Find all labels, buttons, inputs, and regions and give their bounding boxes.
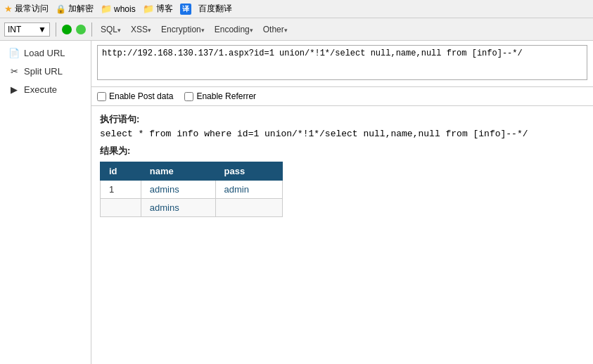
chevron-down-icon: ▼	[38, 25, 46, 34]
load-url-icon: 📄	[8, 47, 20, 58]
toolbar: INT ▼ SQL▾ XSS▾ Encryption▾ Encoding▾ Ot…	[0, 18, 593, 41]
xss-menu-button[interactable]: XSS▾	[128, 23, 154, 36]
enable-post-data-checkbox[interactable]: Enable Post data	[97, 91, 173, 101]
bookmark-label: 百度翻译	[198, 3, 232, 15]
xss-arrow-icon: ▾	[148, 27, 151, 34]
toolbar-separator	[56, 22, 56, 37]
sidebar-item-label-load-url: Load URL	[24, 48, 65, 58]
star-icon: ★	[4, 4, 13, 14]
bookmark-label: 加解密	[68, 3, 94, 15]
post-data-label: Enable Post data	[109, 91, 173, 101]
sidebar-item-label-split-url: Split URL	[24, 66, 63, 77]
table-cell: admins	[141, 181, 215, 199]
sidebar-item-label-execute: Execute	[24, 84, 57, 95]
bookmark-label: 博客	[156, 3, 173, 15]
result-label2: 结果为:	[100, 145, 585, 157]
ltgreen-dot-button[interactable]	[76, 25, 86, 34]
bookmark-baidu-translate[interactable]: 百度翻译	[198, 3, 232, 15]
dropdown-label: INT	[8, 25, 21, 34]
toolbar-separator2	[91, 22, 92, 37]
table-cell: admins	[141, 199, 215, 217]
lock-icon: 🔒	[56, 4, 66, 14]
encryption-menu-button[interactable]: Encryption▾	[158, 23, 208, 36]
int-dropdown[interactable]: INT ▼	[4, 22, 50, 37]
exec-label: 执行语句:	[100, 113, 585, 126]
col-header-name: name	[141, 162, 215, 181]
encoding-menu-button[interactable]: Encoding▾	[212, 23, 256, 36]
sidebar-item-load-url[interactable]: 📄 Load URL	[0, 44, 91, 62]
bookmarks-bar: ★ 最常访问 🔒 加解密 📁 whois 📁 博客 译 百度翻译	[0, 0, 593, 18]
table-cell: 1	[101, 181, 141, 199]
sql-arrow-icon: ▾	[117, 27, 121, 34]
folder-icon: 📁	[143, 4, 154, 14]
execute-icon: ▶	[8, 84, 20, 95]
result-query: select * from info where id=1 union/*!1*…	[100, 129, 585, 139]
bookmark-blog[interactable]: 📁 博客	[143, 3, 173, 15]
folder-icon: 📁	[101, 4, 112, 14]
referrer-label: Enable Referrer	[196, 91, 256, 101]
table-cell	[101, 199, 141, 217]
sql-menu-button[interactable]: SQL▾	[98, 23, 124, 36]
table-row: 1adminsadmin	[101, 181, 283, 199]
other-menu-button[interactable]: Other▾	[260, 23, 291, 36]
bookmark-label: 最常访问	[15, 3, 49, 15]
split-url-icon: ✂	[8, 65, 20, 77]
table-cell	[215, 199, 283, 217]
col-header-id: id	[101, 162, 141, 181]
referrer-check[interactable]	[184, 92, 193, 101]
encryption-arrow-icon: ▾	[201, 27, 205, 34]
bookmark-translate-icon[interactable]: 译	[180, 4, 191, 15]
sidebar-item-execute[interactable]: ▶ Execute	[0, 80, 91, 98]
bookmark-label: whois	[114, 4, 136, 14]
url-input[interactable]: http://192.168.130.137/1.aspx?id=1 union…	[97, 45, 587, 80]
table-cell: admin	[215, 181, 283, 199]
bookmark-jiajie[interactable]: 🔒 加解密	[56, 3, 94, 15]
table-row: admins	[101, 199, 283, 217]
checkboxes-area: Enable Post data Enable Referrer	[91, 87, 593, 106]
sidebar-item-split-url[interactable]: ✂ Split URL	[0, 62, 91, 80]
enable-referrer-checkbox[interactable]: Enable Referrer	[184, 91, 256, 101]
bookmark-whois[interactable]: 📁 whois	[101, 4, 136, 14]
col-header-pass: pass	[215, 162, 283, 181]
main-content: 📄 Load URL ✂ Split URL ▶ Execute http://…	[0, 41, 593, 364]
other-arrow-icon: ▾	[284, 27, 288, 34]
post-data-check[interactable]	[97, 92, 106, 101]
results-area: 执行语句: select * from info where id=1 unio…	[91, 106, 593, 364]
right-panel: http://192.168.130.137/1.aspx?id=1 union…	[91, 41, 593, 364]
url-area: http://192.168.130.137/1.aspx?id=1 union…	[91, 41, 593, 87]
encoding-arrow-icon: ▾	[250, 27, 253, 34]
bookmark-zuichang[interactable]: ★ 最常访问	[4, 3, 49, 15]
sidebar: 📄 Load URL ✂ Split URL ▶ Execute	[0, 41, 91, 364]
result-table: id name pass 1adminsadminadmins	[100, 162, 283, 217]
translate-icon: 译	[180, 4, 191, 15]
green-dot-button[interactable]	[62, 25, 72, 34]
